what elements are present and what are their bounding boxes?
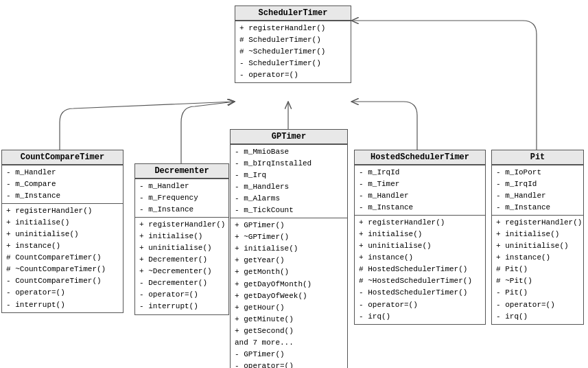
field: - m_Frequency — [139, 192, 224, 204]
method: - operator=() — [139, 289, 224, 301]
method: - irq() — [359, 311, 481, 323]
field: - m_Timer — [359, 179, 481, 190]
method: # ~Pit() — [496, 275, 579, 287]
method: + registerHandler() — [496, 217, 579, 229]
method: + registerHandler() — [6, 205, 119, 217]
field: - m_Compare — [6, 179, 119, 190]
hosted-scheduler-timer-title: HostedSchedulerTimer — [355, 150, 485, 165]
field: - m_Instance — [496, 202, 579, 214]
method: + registerHandler() — [239, 23, 346, 34]
pit-box: Pit - m_IoPort - m_IrqId - m_Handler - m… — [491, 150, 584, 325]
method: - CountCompareTimer() — [6, 275, 119, 287]
method: + registerHandler() — [139, 219, 224, 231]
method: # ~HostedSchedulerTimer() — [359, 275, 481, 287]
decrementer-title: Decrementer — [135, 164, 228, 179]
field: - m_bIrqInstalled — [235, 158, 343, 170]
scheduler-timer-methods: + registerHandler() # SchedulerTimer() #… — [235, 21, 351, 82]
field: - m_Irq — [235, 170, 343, 181]
method: + registerHandler() — [359, 217, 481, 229]
method: + initialise() — [139, 231, 224, 242]
method: - operator=() — [496, 299, 579, 311]
method: - Decrementer() — [139, 277, 224, 289]
count-compare-timer-title: CountCompareTimer — [2, 150, 123, 165]
method: - HostedSchedulerTimer() — [359, 287, 481, 299]
method: + uninitialise() — [496, 240, 579, 252]
method: - operator=() — [6, 287, 119, 299]
scheduler-timer-title: SchedulerTimer — [235, 6, 351, 21]
field: - m_Instance — [139, 204, 224, 216]
method: + uninitialise() — [359, 240, 481, 252]
method: + uninitialise() — [139, 242, 224, 254]
method: - interrupt() — [6, 299, 119, 311]
method: + getYear() — [235, 255, 343, 266]
count-compare-timer-methods: + registerHandler() + initialise() + uni… — [2, 203, 123, 312]
field: - m_MmioBase — [235, 146, 343, 158]
gp-timer-box: GPTimer - m_MmioBase - m_bIrqInstalled -… — [230, 129, 348, 368]
pit-title: Pit — [492, 150, 583, 165]
pit-methods: + registerHandler() + initialise() + uni… — [492, 215, 583, 323]
decrementer-fields: - m_Handler - m_Frequency - m_Instance — [135, 179, 228, 217]
method: - GPTimer() — [235, 349, 343, 360]
hosted-scheduler-timer-methods: + registerHandler() + initialise() + uni… — [355, 215, 485, 323]
gp-timer-methods: + GPTimer() + ~GPTimer() + initialise() … — [231, 218, 347, 368]
method: # CountCompareTimer() — [6, 252, 119, 264]
method: - irq() — [496, 311, 579, 323]
field: - m_Handler — [359, 190, 481, 202]
method: + getDayOfWeek() — [235, 290, 343, 302]
method: + initialise() — [496, 229, 579, 240]
field: - m_Handler — [6, 167, 119, 179]
gp-timer-title: GPTimer — [231, 130, 347, 144]
hosted-scheduler-timer-box: HostedSchedulerTimer - m_IrqId - m_Timer… — [354, 150, 486, 325]
method: # HostedSchedulerTimer() — [359, 264, 481, 275]
method: + ~GPTimer() — [235, 231, 343, 243]
field: - m_IoPort — [496, 167, 579, 179]
method: + initialise() — [359, 229, 481, 240]
method: - Pit() — [496, 287, 579, 299]
method: + getMinute() — [235, 314, 343, 325]
pit-fields: - m_IoPort - m_IrqId - m_Handler - m_Ins… — [492, 165, 583, 215]
method: - interrupt() — [139, 301, 224, 312]
method: # ~SchedulerTimer() — [239, 46, 346, 58]
method: + instance() — [359, 252, 481, 264]
scheduler-timer-box: SchedulerTimer + registerHandler() # Sch… — [235, 5, 351, 83]
method: # Pit() — [496, 264, 579, 275]
method: + GPTimer() — [235, 220, 343, 231]
diagram: SchedulerTimer + registerHandler() # Sch… — [0, 0, 588, 368]
field: - m_IrqId — [496, 179, 579, 190]
method: + getSecond() — [235, 325, 343, 337]
field: - m_IrqId — [359, 167, 481, 179]
count-compare-timer-fields: - m_Handler - m_Compare - m_Instance — [2, 165, 123, 203]
method: + ~Decrementer() — [139, 266, 224, 277]
method: + initialise() — [235, 243, 343, 255]
count-compare-timer-box: CountCompareTimer - m_Handler - m_Compar… — [1, 150, 124, 313]
field: - m_Instance — [359, 202, 481, 214]
field: - m_Handler — [139, 181, 224, 192]
method: + getMonth() — [235, 266, 343, 278]
field: - m_Alarms — [235, 193, 343, 205]
method: - SchedulerTimer() — [239, 58, 346, 69]
method: + instance() — [6, 240, 119, 252]
method: - operator=() — [239, 69, 346, 81]
field: - m_Handler — [496, 190, 579, 202]
method: # SchedulerTimer() — [239, 34, 346, 46]
method: - operator=() — [359, 299, 481, 311]
method: + uninitialise() — [6, 229, 119, 240]
method: + initialise() — [6, 217, 119, 229]
method: + instance() — [496, 252, 579, 264]
method: + getHour() — [235, 302, 343, 314]
decrementer-methods: + registerHandler() + initialise() + uni… — [135, 217, 228, 314]
method: + getDayOfMonth() — [235, 279, 343, 290]
method: + Decrementer() — [139, 254, 224, 266]
gp-timer-fields: - m_MmioBase - m_bIrqInstalled - m_Irq -… — [231, 144, 347, 218]
hosted-scheduler-timer-fields: - m_IrqId - m_Timer - m_Handler - m_Inst… — [355, 165, 485, 215]
field: - m_Instance — [6, 190, 119, 202]
method: and 7 more... — [235, 337, 343, 349]
method: # ~CountCompareTimer() — [6, 264, 119, 275]
method: - operator=() — [235, 360, 343, 368]
field: - m_TickCount — [235, 205, 343, 216]
field: - m_Handlers — [235, 181, 343, 193]
decrementer-box: Decrementer - m_Handler - m_Frequency - … — [134, 163, 229, 315]
